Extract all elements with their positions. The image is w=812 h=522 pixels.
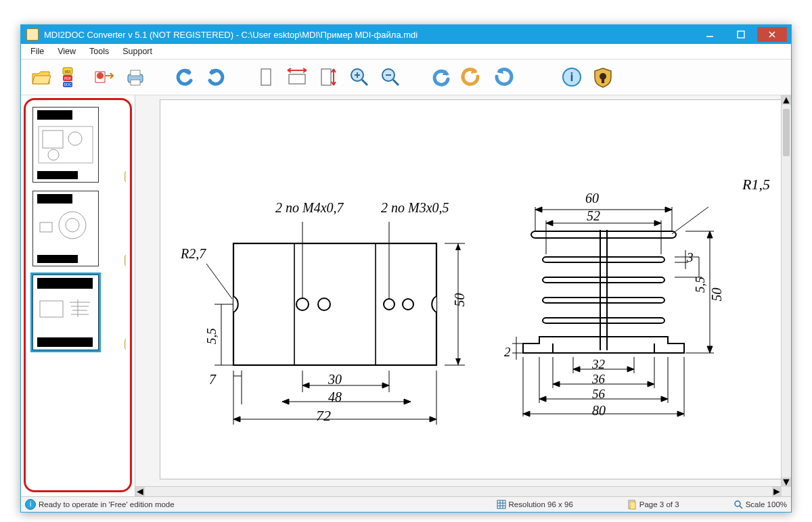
svg-line-20 <box>362 80 367 85</box>
register-button[interactable] <box>588 62 618 92</box>
maximize-button[interactable] <box>726 27 756 42</box>
svg-text:i: i <box>570 70 573 84</box>
svg-rect-116 <box>630 502 635 509</box>
minimize-button[interactable] <box>695 27 725 42</box>
dim-55-right: 5,5 <box>693 277 708 293</box>
document-viewer[interactable]: 2 по M4x0,7 2 по M3x0,5 R2,7 <box>135 95 791 496</box>
print-button[interactable] <box>120 62 150 92</box>
svg-rect-31 <box>43 130 63 148</box>
dim-32: 32 <box>592 357 605 372</box>
app-window: MDI2DOC Converter v 5.1 (NOT REGISTERED)… <box>20 24 792 513</box>
menu-bar: File View Tools Support <box>21 44 791 60</box>
menu-view[interactable]: View <box>51 45 83 57</box>
open-file-button[interactable] <box>26 62 56 92</box>
status-bar: i Ready to operate in 'Free' edition mod… <box>21 496 791 512</box>
document-page: 2 по M4x0,7 2 по M3x0,5 R2,7 <box>160 99 787 479</box>
scroll-right-icon[interactable]: ► <box>772 487 782 496</box>
svg-rect-110 <box>497 500 505 508</box>
svg-text:MDI: MDI <box>64 70 70 74</box>
zoom-icon <box>734 500 743 509</box>
svg-rect-30 <box>39 126 93 163</box>
menu-tools[interactable]: Tools <box>83 45 116 57</box>
convert-to-pdf-doc-button[interactable]: MDI PDF DOC <box>58 62 87 92</box>
window-title: MDI2DOC Converter v 5.1 (NOT REGISTERED)… <box>44 30 418 40</box>
undo-button[interactable] <box>170 62 200 92</box>
rotate-left-button[interactable] <box>457 62 487 92</box>
dim-50-right: 50 <box>709 288 725 302</box>
toolbar: MDI PDF DOC <box>21 60 791 95</box>
status-page: Page 3 of 3 <box>639 500 679 508</box>
scroll-down-icon[interactable]: ▼ <box>782 477 791 487</box>
zoom-in-button[interactable] <box>344 62 374 92</box>
dim-56: 56 <box>592 387 605 402</box>
svg-point-32 <box>68 132 82 145</box>
dim-50-left: 50 <box>452 293 468 307</box>
scroll-up-icon[interactable]: ▲ <box>782 95 791 105</box>
fit-height-button[interactable] <box>313 62 343 92</box>
svg-line-118 <box>740 506 742 508</box>
svg-point-33 <box>48 149 59 160</box>
content-area: 1 2 <box>21 95 791 496</box>
svg-rect-1 <box>738 31 744 38</box>
page-icon <box>627 500 637 509</box>
info-icon: i <box>25 499 36 510</box>
svg-rect-29 <box>602 78 604 83</box>
title-bar: MDI2DOC Converter v 5.1 (NOT REGISTERED)… <box>21 25 791 44</box>
thumbnails-panel[interactable]: 1 2 <box>28 103 126 488</box>
page-badge: 3 <box>125 338 126 350</box>
status-scale: Scale 100% <box>746 500 787 508</box>
info-button[interactable]: i <box>557 62 587 92</box>
dim-2: 2 <box>504 345 511 360</box>
svg-rect-13 <box>131 80 140 85</box>
close-button[interactable] <box>757 27 787 42</box>
scroll-left-icon[interactable]: ◄ <box>135 487 145 496</box>
svg-point-48 <box>384 299 394 310</box>
vertical-scrollbar[interactable]: ▲ ▼ <box>781 95 791 496</box>
menu-support[interactable]: Support <box>116 45 159 57</box>
svg-rect-17 <box>321 69 331 85</box>
convert-button[interactable] <box>89 62 118 92</box>
svg-text:DOC: DOC <box>64 82 72 87</box>
app-icon <box>26 28 39 41</box>
dim-36: 36 <box>592 372 605 387</box>
dim-72: 72 <box>316 407 331 425</box>
svg-rect-37 <box>40 301 63 317</box>
fit-width-landscape-button[interactable] <box>282 62 312 92</box>
svg-rect-14 <box>261 69 271 85</box>
svg-rect-36 <box>40 222 52 232</box>
fit-width-portrait-button[interactable] <box>251 62 281 92</box>
thumbnails-panel-highlight: 1 2 <box>24 98 132 492</box>
svg-rect-43 <box>233 243 436 365</box>
zoom-out-button[interactable] <box>376 62 405 92</box>
svg-point-49 <box>403 299 413 310</box>
status-ready: Ready to operate in 'Free' edition mode <box>39 500 175 508</box>
svg-point-10 <box>97 72 104 79</box>
dim-3: 3 <box>687 250 694 265</box>
svg-point-47 <box>318 298 330 310</box>
resolution-icon <box>497 500 506 509</box>
svg-point-34 <box>59 212 86 239</box>
svg-point-46 <box>296 298 309 310</box>
page-thumbnail-1[interactable]: 1 <box>32 107 122 183</box>
svg-rect-16 <box>289 74 305 84</box>
svg-rect-12 <box>131 70 140 76</box>
svg-line-24 <box>393 80 399 85</box>
dim-48: 48 <box>328 389 342 405</box>
rotate-right-button[interactable] <box>488 62 518 92</box>
page-badge: 2 <box>125 254 126 266</box>
page-thumbnail-3[interactable]: 3 <box>32 275 122 350</box>
page-thumbnail-2[interactable]: 2 <box>32 191 122 266</box>
rotate-ccw-button[interactable] <box>426 62 455 92</box>
dim-7: 7 <box>209 372 216 387</box>
svg-text:PDF: PDF <box>64 76 71 80</box>
svg-point-117 <box>735 501 740 506</box>
menu-file[interactable]: File <box>24 45 51 57</box>
horizontal-scrollbar[interactable]: ◄ ► <box>135 486 782 496</box>
svg-point-35 <box>66 218 79 232</box>
page-badge: 1 <box>125 170 126 183</box>
dim-55-left: 5,5 <box>204 328 219 344</box>
dim-30: 30 <box>328 372 342 387</box>
dim-80: 80 <box>592 403 606 419</box>
redo-button[interactable] <box>201 62 231 92</box>
label-r15: R1,5 <box>742 176 770 193</box>
